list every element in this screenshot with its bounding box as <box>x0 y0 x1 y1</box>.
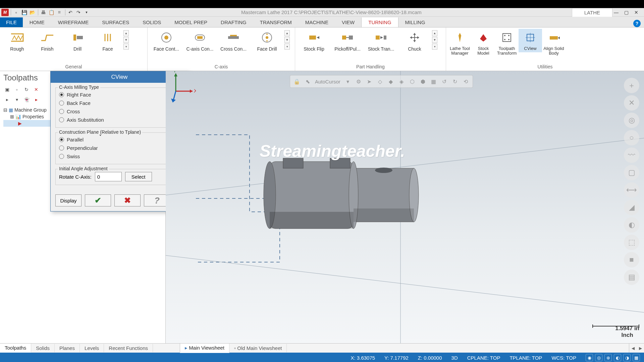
part-gallery-arrows[interactable]: ▲ ▼ ▾ <box>431 29 438 51</box>
btab-solids[interactable]: Solids <box>31 344 55 352</box>
view-sine-icon[interactable]: 〰 <box>624 147 639 163</box>
gallery-more-icon[interactable]: ▾ <box>432 44 437 50</box>
tab-view[interactable]: VIEW <box>335 17 361 27</box>
maximize-icon[interactable]: ▢ <box>623 9 630 16</box>
select-button[interactable]: Select <box>125 172 152 181</box>
lock-icon[interactable]: 🔒 <box>292 77 302 86</box>
radio-perpendicular[interactable]: Perpendicular <box>59 144 180 152</box>
lathe-tool-manager-button[interactable]: Lathe Tool Manager <box>448 29 472 57</box>
btab-levels[interactable]: Levels <box>80 344 104 352</box>
cview-button[interactable]: CView <box>519 29 542 52</box>
pickoff-button[interactable]: Pickoff/Pul... <box>331 29 364 53</box>
radio-cross[interactable]: Cross <box>59 107 180 116</box>
viewport[interactable]: Streamingteacher. 🔒 ⬉ AutoCursor ▾ ⚙ ➤ ◇… <box>166 71 644 343</box>
deselect-icon[interactable]: ▫ <box>12 85 21 94</box>
view-solid-icon[interactable]: ■ <box>624 252 639 267</box>
qat-dropdown-icon[interactable]: ▼ <box>83 9 90 16</box>
radio-axis-substitution[interactable]: Axis Substitution <box>59 116 180 124</box>
view-target-icon[interactable]: ◎ <box>624 113 639 128</box>
file-tab[interactable]: FILE <box>0 17 23 27</box>
finish-button[interactable]: Finish <box>32 29 62 53</box>
collapse-icon[interactable]: ▾ <box>12 95 21 104</box>
view-layers-icon[interactable]: ▤ <box>624 269 639 285</box>
open-icon[interactable]: 📂 <box>29 9 36 16</box>
caxis-gallery-arrows[interactable]: ▲ ▼ ▾ <box>284 29 290 51</box>
snap7-icon[interactable]: ↺ <box>440 77 449 86</box>
gallery-down-icon[interactable]: ▼ <box>123 37 129 43</box>
status-3d[interactable]: 3D <box>451 355 458 361</box>
redo-icon[interactable]: ↷ <box>75 9 82 16</box>
view-dim-icon[interactable]: ⟷ <box>624 182 639 198</box>
stock-model-button[interactable]: Stock Model <box>472 29 495 57</box>
stock-transfer-button[interactable]: Stock Tran... <box>364 29 398 53</box>
pointer-icon[interactable]: ➤ <box>365 77 374 86</box>
view-x-icon[interactable]: ✕ <box>624 95 639 111</box>
status-tplane[interactable]: TPLANE: TOP <box>509 355 542 361</box>
status-wcs[interactable]: WCS: TOP <box>551 355 576 361</box>
tab-turning[interactable]: TURNING <box>361 17 398 27</box>
snap6-icon[interactable]: ▦ <box>429 77 438 86</box>
snap3-icon[interactable]: ◈ <box>397 77 406 86</box>
rotate-caxis-input[interactable] <box>95 172 122 181</box>
radio-back-face[interactable]: Back Face <box>59 99 180 107</box>
face-contour-button[interactable]: Face Cont... <box>150 29 183 53</box>
view-shade-icon[interactable]: ◐ <box>624 217 639 233</box>
autocursor-label[interactable]: AutoCursor <box>314 79 342 84</box>
tab-transform[interactable]: TRANSFORM <box>253 17 299 27</box>
tab-milling[interactable]: MILLING <box>398 17 432 27</box>
save-icon[interactable]: 💾 <box>20 9 28 16</box>
cursor-icon[interactable]: ⬉ <box>303 77 312 86</box>
snap8-icon[interactable]: ↻ <box>450 77 460 86</box>
snap2-icon[interactable]: ◆ <box>386 77 395 86</box>
undo-icon[interactable]: ↶ <box>67 9 74 16</box>
tab-surfaces[interactable]: SURFACES <box>95 17 136 27</box>
cross-contour-button[interactable]: Cross Con... <box>217 29 250 53</box>
viewsheet-old[interactable]: ▫ Old Main Viewsheet <box>229 344 287 352</box>
stock-flip-button[interactable]: Stock Flip <box>297 29 331 53</box>
tab-machine[interactable]: MACHINE <box>299 17 335 27</box>
view-cube-icon[interactable]: ▢ <box>624 165 639 180</box>
snap4-icon[interactable]: ⬡ <box>408 77 417 86</box>
tab-wireframe[interactable]: WIREFRAME <box>51 17 96 27</box>
btab-toolpaths[interactable]: Toolpaths <box>0 344 31 353</box>
ghost-icon[interactable]: 👻 <box>22 95 31 104</box>
select-icon[interactable]: ▣ <box>3 85 11 94</box>
radio-parallel[interactable]: Parallel <box>59 135 180 144</box>
chuck-button[interactable]: Chuck <box>398 29 431 53</box>
expand-icon[interactable]: ▸ <box>3 95 11 104</box>
gallery-down-icon[interactable]: ▼ <box>284 37 290 43</box>
chevron-down-icon[interactable]: ▾ <box>343 77 353 86</box>
display-button[interactable]: Display <box>55 194 82 206</box>
viewsheet-prev-icon[interactable]: ◀ <box>629 345 637 352</box>
help-icon[interactable]: ? <box>633 20 641 27</box>
status-icon-6[interactable]: ▦ <box>633 354 640 361</box>
gallery-more-icon[interactable]: ▾ <box>284 44 290 50</box>
gallery-up-icon[interactable]: ▲ <box>123 30 129 36</box>
print-icon[interactable]: 🖶 <box>40 9 47 16</box>
options-icon[interactable]: ⌗ <box>56 9 63 16</box>
gallery-down-icon[interactable]: ▼ <box>432 37 437 43</box>
btab-planes[interactable]: Planes <box>55 344 80 352</box>
view-wire-icon[interactable]: ⬚ <box>624 235 639 250</box>
gear-icon[interactable]: ⚙ <box>354 77 363 86</box>
viewsheet-next-icon[interactable]: ▶ <box>637 345 644 352</box>
gallery-up-icon[interactable]: ▲ <box>284 30 290 36</box>
minimize-icon[interactable]: — <box>612 9 620 16</box>
snap9-icon[interactable]: ⟲ <box>461 77 471 86</box>
status-icon-3[interactable]: ⊕ <box>604 354 612 361</box>
face-drill-button[interactable]: Face Drill <box>250 29 284 53</box>
radio-swiss[interactable]: Swiss <box>59 152 180 161</box>
align-solid-body-button[interactable]: Align Solid Body <box>542 29 566 57</box>
general-gallery-arrows[interactable]: ▲ ▼ ▾ <box>123 29 129 51</box>
drill-button[interactable]: Drill <box>62 29 93 53</box>
view-circle-icon[interactable]: ○ <box>624 130 639 145</box>
radio-right-face[interactable]: Right Face <box>59 90 180 99</box>
snap5-icon[interactable]: ⬢ <box>418 77 428 86</box>
post-icon[interactable]: ▸ <box>32 95 41 104</box>
status-icon-4[interactable]: ◐ <box>614 354 621 361</box>
rough-button[interactable]: Rough <box>2 29 32 53</box>
cancel-button[interactable]: ✖ <box>114 194 141 206</box>
toolpath-transform-button[interactable]: Toolpath Transform <box>495 29 519 57</box>
ok-button[interactable]: ✔ <box>85 194 111 206</box>
status-cplane[interactable]: CPLANE: TOP <box>467 355 500 361</box>
